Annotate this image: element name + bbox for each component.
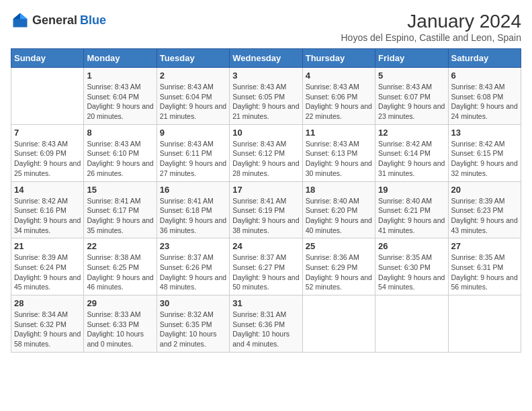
day-info: Sunrise: 8:42 AMSunset: 6:14 PMDaylight:… — [378, 139, 445, 179]
day-number: 5 — [378, 71, 445, 81]
svg-marker-1 — [20, 13, 28, 19]
calendar-cell: 5Sunrise: 8:43 AMSunset: 6:07 PMDaylight… — [375, 68, 448, 125]
location: Hoyos del Espino, Castille and Leon, Spa… — [341, 32, 521, 43]
calendar-cell — [448, 295, 521, 353]
day-info: Sunrise: 8:32 AMSunset: 6:35 PMDaylight:… — [160, 310, 226, 349]
day-info: Sunrise: 8:43 AMSunset: 6:09 PMDaylight:… — [14, 139, 81, 179]
day-number: 20 — [451, 185, 518, 195]
calendar-table: SundayMondayTuesdayWednesdayThursdayFrid… — [11, 48, 521, 353]
day-number: 17 — [232, 185, 299, 195]
day-number: 21 — [14, 241, 81, 251]
day-number: 26 — [378, 241, 445, 251]
weekday-header-friday: Friday — [375, 49, 448, 68]
calendar-cell: 10Sunrise: 8:43 AMSunset: 6:12 PMDayligh… — [230, 124, 302, 181]
day-info: Sunrise: 8:43 AMSunset: 6:11 PMDaylight:… — [160, 139, 226, 179]
day-number: 12 — [378, 128, 445, 138]
weekday-header-saturday: Saturday — [448, 49, 521, 68]
calendar-cell: 3Sunrise: 8:43 AMSunset: 6:05 PMDaylight… — [230, 68, 302, 125]
calendar-week-4: 21Sunrise: 8:39 AMSunset: 6:24 PMDayligh… — [11, 238, 521, 295]
calendar-cell: 1Sunrise: 8:43 AMSunset: 6:04 PMDaylight… — [84, 68, 157, 125]
logo-general: General — [32, 13, 77, 28]
calendar-week-1: 1Sunrise: 8:43 AMSunset: 6:04 PMDaylight… — [11, 68, 521, 125]
calendar-cell: 28Sunrise: 8:34 AMSunset: 6:32 PMDayligh… — [11, 295, 84, 353]
calendar-cell: 29Sunrise: 8:33 AMSunset: 6:33 PMDayligh… — [84, 295, 157, 353]
day-info: Sunrise: 8:37 AMSunset: 6:26 PMDaylight:… — [160, 253, 226, 292]
day-info: Sunrise: 8:38 AMSunset: 6:25 PMDaylight:… — [87, 253, 153, 292]
day-number: 23 — [160, 241, 226, 251]
weekday-row: SundayMondayTuesdayWednesdayThursdayFrid… — [11, 49, 521, 68]
calendar-cell — [11, 68, 84, 125]
day-number: 7 — [14, 128, 81, 138]
calendar-cell: 7Sunrise: 8:43 AMSunset: 6:09 PMDaylight… — [11, 124, 84, 181]
day-number: 29 — [87, 298, 153, 308]
day-number: 22 — [87, 241, 153, 251]
day-number: 18 — [306, 185, 372, 195]
day-info: Sunrise: 8:40 AMSunset: 6:21 PMDaylight:… — [378, 196, 445, 236]
day-number: 1 — [87, 71, 153, 81]
weekday-header-thursday: Thursday — [302, 49, 375, 68]
logo-icon — [11, 11, 30, 30]
calendar-week-2: 7Sunrise: 8:43 AMSunset: 6:09 PMDaylight… — [11, 124, 521, 181]
weekday-header-monday: Monday — [84, 49, 157, 68]
day-number: 24 — [232, 241, 299, 251]
calendar-cell: 9Sunrise: 8:43 AMSunset: 6:11 PMDaylight… — [157, 124, 229, 181]
calendar-cell: 23Sunrise: 8:37 AMSunset: 6:26 PMDayligh… — [157, 238, 229, 295]
calendar-cell — [302, 295, 375, 353]
calendar-cell: 24Sunrise: 8:37 AMSunset: 6:27 PMDayligh… — [230, 238, 302, 295]
calendar-cell: 8Sunrise: 8:43 AMSunset: 6:10 PMDaylight… — [84, 124, 157, 181]
calendar-cell: 13Sunrise: 8:42 AMSunset: 6:15 PMDayligh… — [448, 124, 521, 181]
day-info: Sunrise: 8:35 AMSunset: 6:31 PMDaylight:… — [451, 253, 518, 292]
day-number: 3 — [232, 71, 299, 81]
calendar-cell: 21Sunrise: 8:39 AMSunset: 6:24 PMDayligh… — [11, 238, 84, 295]
day-info: Sunrise: 8:36 AMSunset: 6:29 PMDaylight:… — [306, 253, 372, 292]
calendar-cell: 30Sunrise: 8:32 AMSunset: 6:35 PMDayligh… — [157, 295, 229, 353]
day-number: 2 — [160, 71, 226, 81]
day-info: Sunrise: 8:41 AMSunset: 6:19 PMDaylight:… — [232, 196, 299, 236]
calendar-cell: 6Sunrise: 8:43 AMSunset: 6:08 PMDaylight… — [448, 68, 521, 125]
day-info: Sunrise: 8:33 AMSunset: 6:33 PMDaylight:… — [87, 310, 153, 349]
month-year: January 2024 — [341, 11, 521, 32]
calendar-header: SundayMondayTuesdayWednesdayThursdayFrid… — [11, 49, 521, 68]
day-number: 11 — [306, 128, 372, 138]
day-number: 4 — [306, 71, 372, 81]
day-number: 25 — [306, 241, 372, 251]
day-info: Sunrise: 8:35 AMSunset: 6:30 PMDaylight:… — [378, 253, 445, 292]
day-info: Sunrise: 8:34 AMSunset: 6:32 PMDaylight:… — [14, 310, 81, 349]
calendar-cell: 15Sunrise: 8:41 AMSunset: 6:17 PMDayligh… — [84, 181, 157, 238]
day-info: Sunrise: 8:42 AMSunset: 6:16 PMDaylight:… — [14, 196, 81, 236]
day-info: Sunrise: 8:37 AMSunset: 6:27 PMDaylight:… — [232, 253, 299, 292]
day-number: 15 — [87, 185, 153, 195]
weekday-header-tuesday: Tuesday — [157, 49, 229, 68]
calendar-week-3: 14Sunrise: 8:42 AMSunset: 6:16 PMDayligh… — [11, 181, 521, 238]
calendar-cell: 25Sunrise: 8:36 AMSunset: 6:29 PMDayligh… — [302, 238, 375, 295]
day-number: 16 — [160, 185, 226, 195]
day-info: Sunrise: 8:39 AMSunset: 6:23 PMDaylight:… — [451, 196, 518, 236]
day-info: Sunrise: 8:40 AMSunset: 6:20 PMDaylight:… — [306, 196, 372, 236]
day-info: Sunrise: 8:43 AMSunset: 6:10 PMDaylight:… — [87, 139, 153, 179]
calendar-cell: 12Sunrise: 8:42 AMSunset: 6:14 PMDayligh… — [375, 124, 448, 181]
calendar-cell: 14Sunrise: 8:42 AMSunset: 6:16 PMDayligh… — [11, 181, 84, 238]
day-info: Sunrise: 8:43 AMSunset: 6:07 PMDaylight:… — [378, 82, 445, 122]
day-info: Sunrise: 8:43 AMSunset: 6:06 PMDaylight:… — [306, 82, 372, 122]
day-number: 8 — [87, 128, 153, 138]
day-info: Sunrise: 8:43 AMSunset: 6:04 PMDaylight:… — [87, 82, 153, 122]
calendar-cell: 4Sunrise: 8:43 AMSunset: 6:06 PMDaylight… — [302, 68, 375, 125]
day-number: 10 — [232, 128, 299, 138]
day-number: 27 — [451, 241, 518, 251]
day-info: Sunrise: 8:39 AMSunset: 6:24 PMDaylight:… — [14, 253, 81, 292]
title-block: January 2024 Hoyos del Espino, Castille … — [341, 11, 521, 43]
calendar-cell: 11Sunrise: 8:43 AMSunset: 6:13 PMDayligh… — [302, 124, 375, 181]
day-info: Sunrise: 8:41 AMSunset: 6:18 PMDaylight:… — [160, 196, 226, 236]
day-number: 30 — [160, 298, 226, 308]
calendar-week-5: 28Sunrise: 8:34 AMSunset: 6:32 PMDayligh… — [11, 295, 521, 353]
day-info: Sunrise: 8:43 AMSunset: 6:08 PMDaylight:… — [451, 82, 518, 122]
day-info: Sunrise: 8:31 AMSunset: 6:36 PMDaylight:… — [232, 310, 299, 349]
calendar-cell: 19Sunrise: 8:40 AMSunset: 6:21 PMDayligh… — [375, 181, 448, 238]
calendar-cell: 17Sunrise: 8:41 AMSunset: 6:19 PMDayligh… — [230, 181, 302, 238]
day-number: 14 — [14, 185, 81, 195]
page-header: GeneralBlue January 2024 Hoyos del Espin… — [11, 11, 521, 43]
day-info: Sunrise: 8:43 AMSunset: 6:13 PMDaylight:… — [306, 139, 372, 179]
calendar-cell: 16Sunrise: 8:41 AMSunset: 6:18 PMDayligh… — [157, 181, 229, 238]
day-number: 13 — [451, 128, 518, 138]
day-info: Sunrise: 8:42 AMSunset: 6:15 PMDaylight:… — [451, 139, 518, 179]
